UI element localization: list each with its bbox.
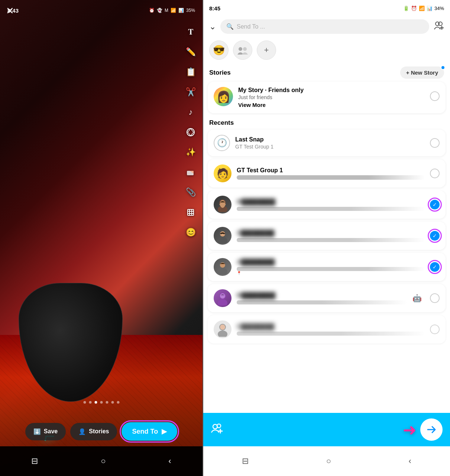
alarm-icon: ⏰ (149, 8, 155, 13)
send-bar-add-friends-button[interactable] (211, 422, 223, 437)
svg-point-12 (239, 47, 242, 51)
stories-label: Stories (89, 428, 109, 435)
contact-a-info: A████████ 📍 (237, 259, 425, 275)
my-story-radio[interactable] (430, 91, 440, 101)
svg-rect-3 (188, 209, 194, 215)
search-bar[interactable]: 🔍 Send To ... (220, 19, 429, 34)
scissors-tool[interactable]: ✂️ (185, 86, 197, 98)
contact-row-a[interactable]: A████████ 📍 ✓ (208, 253, 446, 281)
gmail-icon: M (165, 8, 168, 13)
right-wifi-icon: 📶 (419, 6, 425, 11)
send-button[interactable] (420, 418, 443, 441)
contact-e-radio[interactable] (430, 325, 440, 334)
my-story-card[interactable]: 👩 My Story · Friends only Just for frien… (208, 82, 446, 113)
contact-e-info: E████████ (237, 323, 425, 336)
signal-icon: 📊 (178, 8, 184, 13)
stories-avatar-icon: 👤 (78, 428, 86, 435)
bitmoji-tool[interactable]: 😊 (185, 226, 197, 238)
contact-e-name: E████████ (237, 323, 274, 330)
contact-m1-checkbox[interactable]: ✓ (430, 200, 440, 209)
quick-contacts-row: 😎 + (203, 38, 450, 64)
battery-left: 35% (186, 8, 195, 13)
music-tool[interactable]: ♪ (185, 106, 197, 118)
nav-recents-icon[interactable]: ⊟ (31, 456, 38, 466)
new-story-button[interactable]: + New Story (400, 66, 444, 79)
crop-tool[interactable] (185, 206, 197, 218)
quick-add-new[interactable]: + (257, 40, 276, 60)
quick-contact-group[interactable] (233, 40, 252, 60)
contact-m1-avatar (214, 196, 232, 213)
send-to-button[interactable]: Send To ▶ (122, 422, 177, 441)
stories-heading-text: Stories (209, 69, 231, 76)
contact-a-checkbox[interactable]: ✓ (430, 262, 440, 272)
pencil-tool[interactable]: ✏️ (185, 46, 197, 58)
right-nav-back-icon[interactable]: ‹ (408, 456, 411, 466)
sparkle-tool[interactable]: ✨ (185, 146, 197, 158)
contact-row-e[interactable]: E████████ (208, 315, 446, 343)
gt-group-avatar: 🧑 (214, 164, 232, 182)
right-nav-home-icon[interactable]: ○ (326, 456, 331, 466)
right-nav-recents-icon[interactable]: ⊟ (242, 456, 249, 466)
my-story-title: My Story · Friends only (238, 87, 425, 94)
left-bottom-actions: ⬇️ Save 👤 Stories Send To ▶ (0, 422, 203, 441)
contact-a-avatar (214, 258, 232, 276)
dot-7 (117, 401, 119, 404)
location-icon: 📍 (237, 271, 241, 275)
text-tool[interactable]: 𝐓 (185, 26, 197, 38)
contact-m2-avatar (214, 289, 232, 307)
contact-s-avatar (214, 227, 232, 245)
contact-s-checkbox[interactable]: ✓ (430, 231, 440, 241)
stories-section-header: Stories + New Story (203, 64, 450, 82)
contact-m1-sub (237, 207, 425, 211)
eraser-tool[interactable] (185, 166, 197, 178)
quick-contact-bitmoji[interactable]: 😎 (209, 40, 229, 60)
svg-point-31 (220, 325, 225, 330)
save-label: Save (44, 428, 58, 435)
svg-point-27 (218, 299, 227, 306)
contact-s-name: S████████ (237, 230, 274, 237)
contact-row-m2[interactable]: M████████ 🤖 (208, 284, 446, 312)
contact-m2-radio[interactable] (430, 293, 440, 303)
bot-icon: 🤖 (412, 294, 422, 303)
last-snap-card[interactable]: 🕐 Last Snap GT Test Group 1 (208, 130, 446, 156)
dot-2 (89, 401, 91, 404)
contact-m1-info: M████████ (237, 199, 425, 211)
my-story-info: My Story · Friends only Just for friends… (238, 87, 425, 108)
gt-group-radio[interactable] (430, 169, 440, 178)
nav-back-icon[interactable]: ‹ (168, 456, 171, 466)
close-button[interactable]: ✕ (6, 5, 14, 17)
paperclip-tool[interactable]: 📎 (185, 186, 197, 198)
last-snap-radio[interactable] (430, 138, 440, 148)
contact-row-s[interactable]: S████████ ✓ (208, 222, 446, 250)
my-story-subtitle: Just for friends (238, 94, 425, 100)
left-panel: ⌐ 8:43 ⏰ 👻 M 📶 📊 35% ✕ 𝐓 ✏️ 📋 ✂️ ♪ ✨ (0, 0, 203, 476)
contact-e-sub (237, 332, 425, 336)
save-button[interactable]: ⬇️ Save (25, 423, 66, 440)
gt-group-name: GT Test Group 1 (237, 167, 425, 174)
recents-heading-text: Recents (203, 117, 450, 130)
left-statusbar: 8:43 ⏰ 👻 M 📶 📊 35% (0, 0, 203, 21)
pink-arrow-indicator: ➜ (403, 420, 417, 439)
gt-group-card[interactable]: 🧑 GT Test Group 1 (208, 159, 446, 188)
sticker-tool[interactable]: 📋 (185, 66, 197, 78)
send-to-label: Send To (132, 428, 158, 436)
mouse-body (19, 283, 123, 402)
right-status-icons: 🔋 ⏰ 📶 📊 34% (403, 6, 444, 11)
last-snap-subtitle: GT Test Group 1 (235, 144, 425, 150)
nav-home-icon[interactable]: ○ (101, 456, 106, 466)
effects-tool[interactable] (185, 126, 197, 138)
view-more-button[interactable]: View More (238, 102, 425, 108)
my-story-avatar: 👩 (214, 87, 233, 106)
add-friends-button[interactable] (434, 20, 444, 33)
new-story-notification-dot (441, 65, 445, 70)
contact-a-sub (237, 267, 425, 271)
left-status-icons: ⏰ 👻 M 📶 📊 35% (149, 8, 195, 13)
chevron-down-icon[interactable]: ⌄ (209, 22, 216, 32)
stories-button[interactable]: 👤 Stories (70, 423, 117, 440)
right-time: 8:45 (209, 5, 220, 12)
last-snap-clock-icon: 🕐 (214, 135, 230, 151)
left-android-nav: ⊟ ○ ‹ (0, 446, 203, 476)
contacts-section: M████████ ✓ S████████ (203, 190, 450, 413)
contact-row-m1[interactable]: M████████ ✓ (208, 190, 446, 219)
dot-6 (111, 401, 114, 404)
